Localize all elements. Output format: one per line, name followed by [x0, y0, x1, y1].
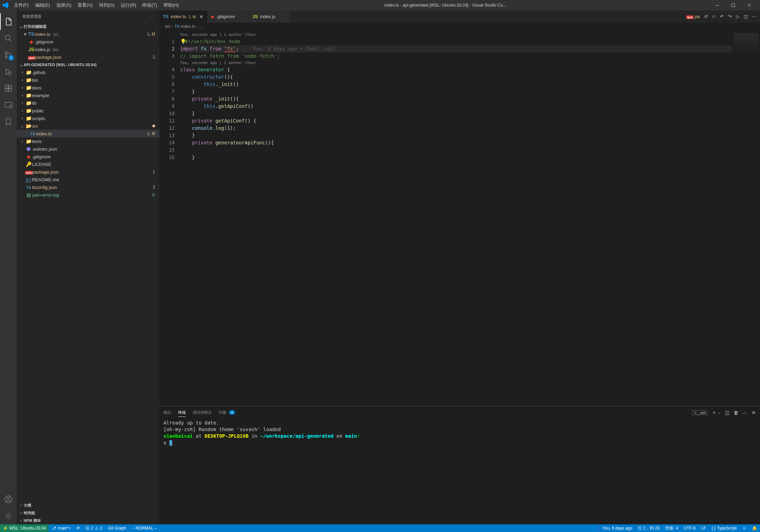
- file-item[interactable]: M↓README.md: [17, 176, 159, 183]
- panel-tab-output[interactable]: 输出: [163, 408, 171, 416]
- editor-tab[interactable]: ◆ .gitignore: [207, 10, 249, 23]
- timeline-header[interactable]: › 时间线: [17, 509, 159, 517]
- run-icon[interactable]: ▷: [736, 14, 739, 19]
- close-panel-icon[interactable]: ✕: [752, 410, 756, 415]
- codelens[interactable]: You, seconds ago | 1 author (You): [180, 32, 732, 38]
- status-gitgraph[interactable]: Git Graph: [105, 524, 129, 532]
- folder-item[interactable]: ⌄📂src: [17, 122, 159, 130]
- file-item[interactable]: npmpackage.json1: [17, 168, 159, 176]
- breadcrumb-item[interactable]: ...: [199, 24, 203, 29]
- outline-header[interactable]: › 大纲: [17, 501, 159, 509]
- menu-view[interactable]: 查看(V): [75, 1, 95, 10]
- status-blame[interactable]: 👤 You, 6 days ago: [593, 524, 635, 532]
- folder-item[interactable]: ›📁.github: [17, 69, 159, 76]
- status-language[interactable]: { } TypeScript: [709, 524, 739, 532]
- menu-go[interactable]: 转到(G): [96, 1, 118, 10]
- panel-tab-terminal[interactable]: 终端: [178, 408, 186, 417]
- breadcrumb[interactable]: src › TS index.ts › ...: [159, 23, 760, 30]
- breadcrumb-item[interactable]: src: [165, 24, 170, 29]
- activity-extensions[interactable]: [0, 80, 17, 97]
- next-change-icon[interactable]: ↷: [728, 14, 732, 19]
- file-item[interactable]: 🔑LICENSE: [17, 160, 159, 168]
- file-item[interactable]: ◆.gitignore: [17, 153, 159, 160]
- activity-remote[interactable]: [0, 97, 17, 113]
- status-remote[interactable]: ⚡ WSL: Ubuntu-20.04: [0, 524, 49, 532]
- breadcrumb-item[interactable]: index.ts: [181, 24, 195, 29]
- menu-file[interactable]: 文件(F): [11, 1, 32, 10]
- status-branch[interactable]: ⎇ main*+: [49, 524, 74, 532]
- file-item[interactable]: TSindex.ts1, M: [17, 130, 159, 137]
- new-terminal-icon[interactable]: ＋: [712, 410, 717, 416]
- file-item[interactable]: ▤yarn-error.logU: [17, 191, 159, 199]
- code-area[interactable]: You, seconds ago | 1 author (You) 💡#!/us…: [180, 30, 732, 406]
- editor-tab[interactable]: TS index.ts 1, M ✕: [159, 10, 207, 23]
- editor-tab[interactable]: JS index.js: [249, 10, 291, 23]
- status-problems[interactable]: ⓧ2 ⚠2: [83, 524, 105, 532]
- file-item[interactable]: ⬣.eslintrc.json: [17, 145, 159, 153]
- panel-tab-problems[interactable]: 问题 4: [219, 408, 235, 416]
- folder-item[interactable]: ›📁scripts: [17, 114, 159, 122]
- activity-account[interactable]: [0, 491, 17, 508]
- minimize-button[interactable]: [709, 0, 725, 10]
- folder-icon: 📁: [25, 70, 32, 75]
- file-item[interactable]: TStsconfig.json2: [17, 183, 159, 191]
- panel-tab-debug[interactable]: 调试控制台: [193, 408, 212, 416]
- maximize-button[interactable]: [725, 0, 741, 10]
- folder-item[interactable]: ›📁bin: [17, 76, 159, 84]
- menu-terminal[interactable]: 终端(T): [139, 1, 160, 10]
- status-indent[interactable]: 空格: 4: [662, 524, 681, 532]
- line-gutter: 1 2 3 4 5 6 7 8 9 10 11 12 13 14 15 16: [159, 30, 180, 406]
- terminal-profile[interactable]: >_ zsh: [693, 410, 707, 415]
- folder-item[interactable]: ›📁example: [17, 92, 159, 99]
- open-editor-item[interactable]: ✕ TS index.tssrc 1, M: [17, 30, 159, 38]
- kill-terminal-icon[interactable]: 🗑: [734, 410, 738, 415]
- activity-explorer[interactable]: [0, 13, 17, 30]
- open-editor-item[interactable]: JS index.jsbin: [17, 46, 159, 53]
- close-icon[interactable]: ✕: [199, 14, 203, 19]
- menu-selection[interactable]: 选择(S): [54, 1, 74, 10]
- open-editor-item[interactable]: npm package.json 1: [17, 53, 159, 61]
- terminal[interactable]: Already up to date. [oh-my-zsh] Random t…: [159, 419, 760, 524]
- activity-run-debug[interactable]: [0, 63, 17, 80]
- open-editors-header[interactable]: ⌄ 打开的编辑器: [17, 23, 159, 30]
- activity-settings[interactable]: [0, 508, 17, 524]
- prev-change-icon[interactable]: ↶: [720, 14, 724, 19]
- terminal-input-line[interactable]: ±: [163, 440, 756, 446]
- minimap[interactable]: [732, 30, 760, 406]
- tab-label-overflow[interactable]: pa: [695, 14, 700, 19]
- git-badge: 1: [150, 55, 155, 59]
- status-sync[interactable]: ⟳: [74, 524, 83, 532]
- editor-body[interactable]: 1 2 3 4 5 6 7 8 9 10 11 12 13 14 15 16 Y…: [159, 30, 760, 406]
- activity-search[interactable]: [0, 30, 17, 47]
- terminal-dropdown-icon[interactable]: ⌄: [718, 411, 721, 414]
- menu-help[interactable]: 帮助(H): [161, 1, 182, 10]
- status-eol[interactable]: LF: [698, 524, 709, 532]
- split-editor-icon[interactable]: ◫: [744, 14, 748, 19]
- split-terminal-icon[interactable]: ◫: [725, 410, 729, 415]
- changes-icon[interactable]: ⇄: [712, 14, 716, 19]
- status-vim-mode[interactable]: -- NORMAL --: [129, 524, 160, 532]
- more-icon[interactable]: ⋯: [752, 14, 757, 19]
- folder-item[interactable]: ›📁docs: [17, 84, 159, 92]
- codelens[interactable]: You, seconds ago | 1 author (You): [180, 60, 732, 66]
- npm-scripts-header[interactable]: › NPM 脚本: [17, 517, 159, 524]
- menu-edit[interactable]: 编辑(E): [32, 1, 53, 10]
- activity-scm[interactable]: 2: [0, 47, 17, 63]
- open-editor-item[interactable]: ◆ .gitignore: [17, 38, 159, 46]
- maximize-panel-icon[interactable]: ︿: [743, 410, 747, 416]
- folder-item[interactable]: ›📁lib: [17, 99, 159, 107]
- status-cursor-position[interactable]: 行 2，列 20: [635, 524, 663, 532]
- close-button[interactable]: [741, 0, 757, 10]
- activity-bookmarks[interactable]: [0, 113, 17, 130]
- status-feedback[interactable]: ☺: [739, 524, 749, 532]
- menu-run[interactable]: 运行(R): [118, 1, 139, 10]
- status-encoding[interactable]: UTF-8: [681, 524, 698, 532]
- folder-item[interactable]: ›📁public: [17, 107, 159, 114]
- workspace-header[interactable]: ⌄ API-GENERATED [WSL: UBUNTU-20.04]: [17, 61, 159, 69]
- status-notifications[interactable]: 🔔: [749, 524, 760, 532]
- close-icon[interactable]: ✕: [22, 32, 28, 37]
- history-icon[interactable]: ↺: [704, 14, 708, 19]
- folder-item[interactable]: ›📁tests: [17, 137, 159, 145]
- chevron-right-icon: ›: [19, 93, 25, 98]
- sidebar-more-icon[interactable]: ⋯: [150, 14, 154, 19]
